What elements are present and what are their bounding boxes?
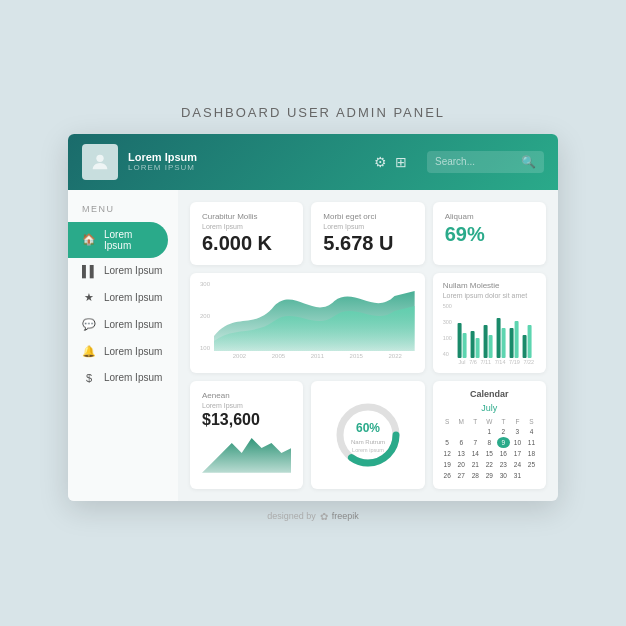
calendar-day[interactable]: 27 xyxy=(455,470,468,481)
bar-chart-subtitle: Lorem ipsum dolor sit amet xyxy=(443,292,536,299)
calendar-body: 1234567891011121314151617181920212223242… xyxy=(441,426,538,481)
sidebar-label-3: Lorem Ipsum xyxy=(104,319,162,330)
home-icon: 🏠 xyxy=(82,233,96,246)
calendar-day[interactable]: 13 xyxy=(455,448,468,459)
svg-text:Lorem ipsum: Lorem ipsum xyxy=(352,447,384,453)
menu-label: MENU xyxy=(68,204,178,214)
calendar-day[interactable]: 12 xyxy=(441,448,454,459)
gear-icon[interactable]: ⚙ xyxy=(374,154,387,170)
calendar-day[interactable]: 31 xyxy=(511,470,524,481)
search-box[interactable]: 🔍 xyxy=(427,151,544,173)
calendar-day[interactable]: 29 xyxy=(483,470,496,481)
svg-rect-8 xyxy=(501,328,505,358)
svg-text:60%: 60% xyxy=(356,421,380,435)
dollar-icon: $ xyxy=(82,372,96,384)
calendar-day[interactable]: 14 xyxy=(469,448,482,459)
calendar-day[interactable]: 18 xyxy=(525,448,538,459)
sidebar-item-0[interactable]: 🏠 Lorem Ipsum xyxy=(68,222,168,258)
grid-icon[interactable]: ⊞ xyxy=(395,154,407,170)
footer-text: designed by xyxy=(267,511,316,521)
calendar-day[interactable]: 5 xyxy=(441,437,454,448)
calendar-day[interactable]: 11 xyxy=(525,437,538,448)
star-icon: ★ xyxy=(82,291,96,304)
svg-rect-11 xyxy=(522,335,526,358)
bar-chart-icon: ▌▌ xyxy=(82,265,96,277)
calendar-day xyxy=(441,426,454,437)
area-chart-card: 300 200 100 xyxy=(190,273,425,373)
stat-value-1: 5.678 U xyxy=(323,232,412,255)
header-username: Lorem Ipsum xyxy=(128,151,364,163)
calendar-day[interactable]: 19 xyxy=(441,459,454,470)
header-icons: ⚙ ⊞ xyxy=(374,154,407,170)
calendar-day[interactable]: 28 xyxy=(469,470,482,481)
calendar-day[interactable]: 21 xyxy=(469,459,482,470)
calendar-day[interactable]: 25 xyxy=(525,459,538,470)
svg-text:Nam Rutrum: Nam Rutrum xyxy=(351,439,385,445)
calendar-day xyxy=(469,426,482,437)
search-icon: 🔍 xyxy=(521,155,536,169)
calendar-day[interactable]: 17 xyxy=(511,448,524,459)
calendar-day[interactable]: 16 xyxy=(497,448,510,459)
sidebar: MENU 🏠 Lorem Ipsum ▌▌ Lorem Ipsum ★ Lore… xyxy=(68,190,178,501)
sidebar-item-3[interactable]: 💬 Lorem Ipsum xyxy=(68,311,178,338)
svg-rect-12 xyxy=(527,325,531,358)
calendar-day[interactable]: 4 xyxy=(525,426,538,437)
search-input[interactable] xyxy=(435,156,515,167)
sidebar-label-4: Lorem Ipsum xyxy=(104,346,162,357)
bar-chart-title: Nullam Molestie xyxy=(443,281,536,290)
calendar-day[interactable]: 6 xyxy=(455,437,468,448)
calendar-day[interactable]: 10 xyxy=(511,437,524,448)
calendar-day[interactable]: 8 xyxy=(483,437,496,448)
calendar-day[interactable]: 3 xyxy=(511,426,524,437)
calendar-day[interactable]: 7 xyxy=(469,437,482,448)
donut-card: 60% Nam Rutrum Lorem ipsum xyxy=(311,381,424,489)
calendar-day[interactable]: 30 xyxy=(497,470,510,481)
calendar-day[interactable]: 26 xyxy=(441,470,454,481)
bottom-left-sublabel: Lorem Ipsum xyxy=(202,402,291,409)
calendar-day[interactable]: 20 xyxy=(455,459,468,470)
header-user-sub: LOREM IPSUM xyxy=(128,163,364,172)
calendar-header: T xyxy=(497,417,510,426)
stat-card-2: Aliquam 69% xyxy=(433,202,546,265)
footer-brand: freepik xyxy=(332,511,359,521)
stat-value-0: 6.000 K xyxy=(202,232,291,255)
area-chart-svg xyxy=(214,281,415,351)
donut-svg: 60% Nam Rutrum Lorem ipsum xyxy=(333,400,403,470)
sidebar-item-2[interactable]: ★ Lorem Ipsum xyxy=(68,284,178,311)
calendar-day[interactable]: 1 xyxy=(483,426,496,437)
sidebar-item-4[interactable]: 🔔 Lorem Ipsum xyxy=(68,338,178,365)
svg-rect-4 xyxy=(475,338,479,358)
calendar-header: F xyxy=(511,417,524,426)
calendar-day[interactable]: 2 xyxy=(497,426,510,437)
calendar-day xyxy=(455,426,468,437)
calendar-day[interactable]: 9 xyxy=(497,437,510,448)
bell-icon: 🔔 xyxy=(82,345,96,358)
chat-icon: 💬 xyxy=(82,318,96,331)
dashboard-panel: Lorem Ipsum LOREM IPSUM ⚙ ⊞ 🔍 MENU 🏠 Lor… xyxy=(68,134,558,501)
freepik-icon: ✿ xyxy=(320,511,328,522)
sidebar-label-0: Lorem Ipsum xyxy=(104,229,154,251)
svg-rect-7 xyxy=(496,318,500,358)
calendar-header: W xyxy=(483,417,496,426)
svg-rect-3 xyxy=(470,331,474,358)
calendar-day[interactable]: 15 xyxy=(483,448,496,459)
stat-sublabel-0: Lorem Ipsum xyxy=(202,223,291,230)
stat-value-2: 69% xyxy=(445,223,534,246)
stat-sublabel-1: Lorem Ipsum xyxy=(323,223,412,230)
calendar-week: 19202122232425 xyxy=(441,459,538,470)
bottom-left-label: Aenean xyxy=(202,391,291,400)
calendar-month: July xyxy=(441,403,538,413)
calendar-day[interactable]: 22 xyxy=(483,459,496,470)
calendar-week: 262728293031 xyxy=(441,470,538,481)
page-title: DASHBOARD USER ADMIN PANEL xyxy=(181,105,445,120)
calendar-card: Calendar July SMTWTFS 123456789101112131… xyxy=(433,381,546,489)
stat-label-0: Curabitur Mollis xyxy=(202,212,291,221)
sidebar-item-1[interactable]: ▌▌ Lorem Ipsum xyxy=(68,258,178,284)
calendar-day[interactable]: 24 xyxy=(511,459,524,470)
svg-rect-6 xyxy=(488,335,492,358)
calendar-week: 12131415161718 xyxy=(441,448,538,459)
bottom-left-value: $13,600 xyxy=(202,411,291,429)
sidebar-item-5[interactable]: $ Lorem Ipsum xyxy=(68,365,178,391)
svg-point-0 xyxy=(96,154,103,161)
calendar-day[interactable]: 23 xyxy=(497,459,510,470)
